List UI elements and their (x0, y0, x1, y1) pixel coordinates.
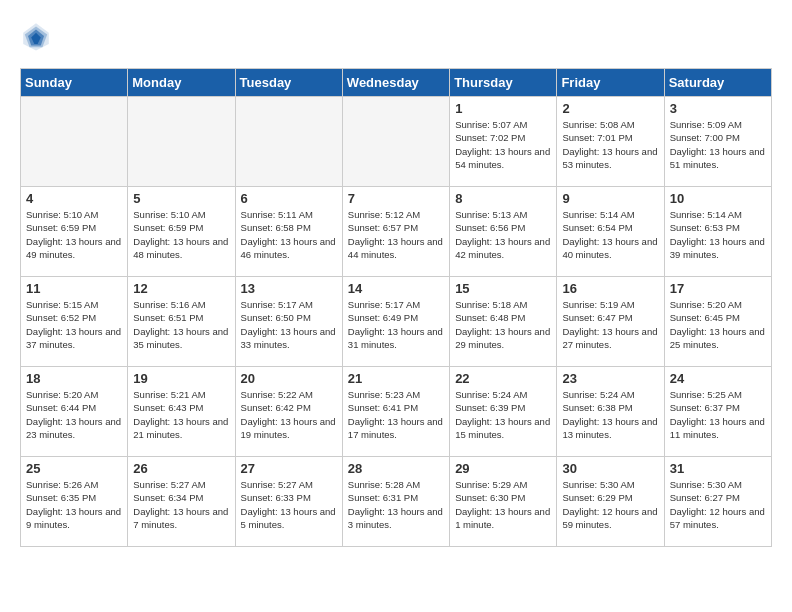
day-number: 13 (241, 281, 337, 296)
day-number: 24 (670, 371, 766, 386)
calendar-cell: 15Sunrise: 5:18 AMSunset: 6:48 PMDayligh… (450, 277, 557, 367)
day-number: 27 (241, 461, 337, 476)
calendar-cell: 19Sunrise: 5:21 AMSunset: 6:43 PMDayligh… (128, 367, 235, 457)
cell-info: Sunrise: 5:09 AMSunset: 7:00 PMDaylight:… (670, 118, 766, 171)
cell-info: Sunrise: 5:17 AMSunset: 6:49 PMDaylight:… (348, 298, 444, 351)
calendar-cell: 31Sunrise: 5:30 AMSunset: 6:27 PMDayligh… (664, 457, 771, 547)
calendar-week-2: 4Sunrise: 5:10 AMSunset: 6:59 PMDaylight… (21, 187, 772, 277)
weekday-header-wednesday: Wednesday (342, 69, 449, 97)
calendar-cell: 23Sunrise: 5:24 AMSunset: 6:38 PMDayligh… (557, 367, 664, 457)
day-number: 3 (670, 101, 766, 116)
cell-info: Sunrise: 5:21 AMSunset: 6:43 PMDaylight:… (133, 388, 229, 441)
calendar-cell: 30Sunrise: 5:30 AMSunset: 6:29 PMDayligh… (557, 457, 664, 547)
cell-info: Sunrise: 5:13 AMSunset: 6:56 PMDaylight:… (455, 208, 551, 261)
day-number: 12 (133, 281, 229, 296)
weekday-header-monday: Monday (128, 69, 235, 97)
cell-info: Sunrise: 5:15 AMSunset: 6:52 PMDaylight:… (26, 298, 122, 351)
calendar-cell: 3Sunrise: 5:09 AMSunset: 7:00 PMDaylight… (664, 97, 771, 187)
calendar-cell: 7Sunrise: 5:12 AMSunset: 6:57 PMDaylight… (342, 187, 449, 277)
calendar-cell: 24Sunrise: 5:25 AMSunset: 6:37 PMDayligh… (664, 367, 771, 457)
day-number: 18 (26, 371, 122, 386)
cell-info: Sunrise: 5:22 AMSunset: 6:42 PMDaylight:… (241, 388, 337, 441)
weekday-header-sunday: Sunday (21, 69, 128, 97)
cell-info: Sunrise: 5:19 AMSunset: 6:47 PMDaylight:… (562, 298, 658, 351)
day-number: 1 (455, 101, 551, 116)
cell-info: Sunrise: 5:27 AMSunset: 6:34 PMDaylight:… (133, 478, 229, 531)
day-number: 9 (562, 191, 658, 206)
calendar-week-4: 18Sunrise: 5:20 AMSunset: 6:44 PMDayligh… (21, 367, 772, 457)
day-number: 31 (670, 461, 766, 476)
day-number: 23 (562, 371, 658, 386)
calendar-cell: 4Sunrise: 5:10 AMSunset: 6:59 PMDaylight… (21, 187, 128, 277)
day-number: 15 (455, 281, 551, 296)
calendar-cell: 18Sunrise: 5:20 AMSunset: 6:44 PMDayligh… (21, 367, 128, 457)
day-number: 21 (348, 371, 444, 386)
cell-info: Sunrise: 5:16 AMSunset: 6:51 PMDaylight:… (133, 298, 229, 351)
calendar-cell: 11Sunrise: 5:15 AMSunset: 6:52 PMDayligh… (21, 277, 128, 367)
day-number: 2 (562, 101, 658, 116)
calendar-cell: 22Sunrise: 5:24 AMSunset: 6:39 PMDayligh… (450, 367, 557, 457)
calendar-cell (128, 97, 235, 187)
day-number: 28 (348, 461, 444, 476)
cell-info: Sunrise: 5:10 AMSunset: 6:59 PMDaylight:… (26, 208, 122, 261)
weekday-header-friday: Friday (557, 69, 664, 97)
calendar-week-3: 11Sunrise: 5:15 AMSunset: 6:52 PMDayligh… (21, 277, 772, 367)
day-number: 11 (26, 281, 122, 296)
cell-info: Sunrise: 5:30 AMSunset: 6:27 PMDaylight:… (670, 478, 766, 531)
cell-info: Sunrise: 5:26 AMSunset: 6:35 PMDaylight:… (26, 478, 122, 531)
cell-info: Sunrise: 5:24 AMSunset: 6:39 PMDaylight:… (455, 388, 551, 441)
weekday-header-tuesday: Tuesday (235, 69, 342, 97)
day-number: 10 (670, 191, 766, 206)
calendar-cell (235, 97, 342, 187)
day-number: 8 (455, 191, 551, 206)
cell-info: Sunrise: 5:08 AMSunset: 7:01 PMDaylight:… (562, 118, 658, 171)
day-number: 17 (670, 281, 766, 296)
cell-info: Sunrise: 5:07 AMSunset: 7:02 PMDaylight:… (455, 118, 551, 171)
calendar-cell: 28Sunrise: 5:28 AMSunset: 6:31 PMDayligh… (342, 457, 449, 547)
cell-info: Sunrise: 5:27 AMSunset: 6:33 PMDaylight:… (241, 478, 337, 531)
logo (20, 20, 58, 52)
day-number: 25 (26, 461, 122, 476)
calendar-cell (342, 97, 449, 187)
calendar-cell: 16Sunrise: 5:19 AMSunset: 6:47 PMDayligh… (557, 277, 664, 367)
calendar-cell: 14Sunrise: 5:17 AMSunset: 6:49 PMDayligh… (342, 277, 449, 367)
calendar-cell: 29Sunrise: 5:29 AMSunset: 6:30 PMDayligh… (450, 457, 557, 547)
cell-info: Sunrise: 5:14 AMSunset: 6:53 PMDaylight:… (670, 208, 766, 261)
day-number: 26 (133, 461, 229, 476)
calendar-cell: 6Sunrise: 5:11 AMSunset: 6:58 PMDaylight… (235, 187, 342, 277)
cell-info: Sunrise: 5:23 AMSunset: 6:41 PMDaylight:… (348, 388, 444, 441)
calendar-cell: 2Sunrise: 5:08 AMSunset: 7:01 PMDaylight… (557, 97, 664, 187)
cell-info: Sunrise: 5:17 AMSunset: 6:50 PMDaylight:… (241, 298, 337, 351)
cell-info: Sunrise: 5:12 AMSunset: 6:57 PMDaylight:… (348, 208, 444, 261)
calendar-cell (21, 97, 128, 187)
cell-info: Sunrise: 5:11 AMSunset: 6:58 PMDaylight:… (241, 208, 337, 261)
day-number: 16 (562, 281, 658, 296)
cell-info: Sunrise: 5:20 AMSunset: 6:45 PMDaylight:… (670, 298, 766, 351)
calendar-cell: 25Sunrise: 5:26 AMSunset: 6:35 PMDayligh… (21, 457, 128, 547)
calendar-cell: 8Sunrise: 5:13 AMSunset: 6:56 PMDaylight… (450, 187, 557, 277)
cell-info: Sunrise: 5:14 AMSunset: 6:54 PMDaylight:… (562, 208, 658, 261)
calendar-week-1: 1Sunrise: 5:07 AMSunset: 7:02 PMDaylight… (21, 97, 772, 187)
day-number: 20 (241, 371, 337, 386)
calendar-cell: 21Sunrise: 5:23 AMSunset: 6:41 PMDayligh… (342, 367, 449, 457)
cell-info: Sunrise: 5:20 AMSunset: 6:44 PMDaylight:… (26, 388, 122, 441)
day-number: 6 (241, 191, 337, 206)
logo-icon (20, 20, 52, 52)
calendar-cell: 20Sunrise: 5:22 AMSunset: 6:42 PMDayligh… (235, 367, 342, 457)
cell-info: Sunrise: 5:30 AMSunset: 6:29 PMDaylight:… (562, 478, 658, 531)
cell-info: Sunrise: 5:10 AMSunset: 6:59 PMDaylight:… (133, 208, 229, 261)
calendar-cell: 17Sunrise: 5:20 AMSunset: 6:45 PMDayligh… (664, 277, 771, 367)
day-number: 5 (133, 191, 229, 206)
weekday-header-saturday: Saturday (664, 69, 771, 97)
calendar-table: SundayMondayTuesdayWednesdayThursdayFrid… (20, 68, 772, 547)
day-number: 14 (348, 281, 444, 296)
page-header (20, 20, 772, 52)
cell-info: Sunrise: 5:24 AMSunset: 6:38 PMDaylight:… (562, 388, 658, 441)
cell-info: Sunrise: 5:28 AMSunset: 6:31 PMDaylight:… (348, 478, 444, 531)
calendar-week-5: 25Sunrise: 5:26 AMSunset: 6:35 PMDayligh… (21, 457, 772, 547)
calendar-cell: 1Sunrise: 5:07 AMSunset: 7:02 PMDaylight… (450, 97, 557, 187)
day-number: 19 (133, 371, 229, 386)
cell-info: Sunrise: 5:29 AMSunset: 6:30 PMDaylight:… (455, 478, 551, 531)
calendar-cell: 13Sunrise: 5:17 AMSunset: 6:50 PMDayligh… (235, 277, 342, 367)
weekday-header-thursday: Thursday (450, 69, 557, 97)
